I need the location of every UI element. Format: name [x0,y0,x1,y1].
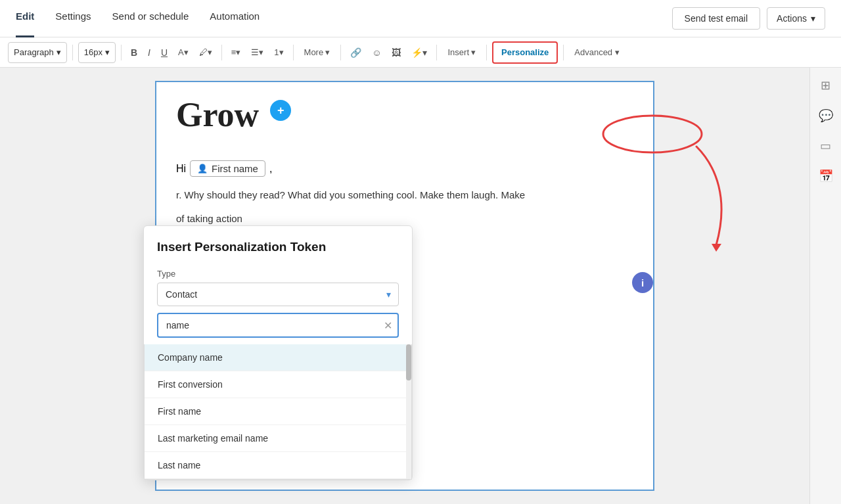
list-button[interactable]: ☰▾ [247,42,267,63]
layout-icon[interactable]: ▭ [817,136,834,156]
tab-settings[interactable]: Settings [55,0,91,37]
insert-chevron-icon: ▾ [471,47,476,57]
grow-logo-text: Grow + [176,96,291,133]
toolbar-divider-8 [563,45,564,60]
tab-automation[interactable]: Automation [210,0,260,37]
italic-button[interactable]: I [144,42,154,63]
chat-icon[interactable]: 💬 [816,106,836,126]
list-item-last-marketing-email-name[interactable]: Last marketing email name [145,425,411,452]
numbered-list-button[interactable]: 1▾ [270,42,287,63]
lightning-button[interactable]: ⚡▾ [407,42,431,63]
toolbar-divider-1 [72,45,73,60]
fontsize-chevron-icon: ▾ [105,47,110,57]
send-test-email-button[interactable]: Send test email [672,7,761,30]
modal-body: Type Contact ▾ ✕ [144,262,412,344]
emoji-icon: ☺ [372,47,381,58]
right-sidebar: ⊞ 💬 ▭ 📅 [809,68,841,504]
toolbar-divider-4 [293,45,294,60]
list-item-first-name[interactable]: First name [145,398,411,425]
actions-chevron-icon: ▾ [811,13,815,24]
modal-header: Insert Personalization Token [144,226,412,262]
type-select[interactable]: Contact [157,283,399,306]
modal-title: Insert Personalization Token [157,239,399,256]
first-name-label: First name [212,163,258,174]
comma: , [269,163,272,175]
toolbar-divider-3 [221,45,222,60]
list-icon: ☰▾ [251,47,263,57]
type-select-wrap: Contact ▾ [157,283,399,306]
svg-marker-1 [712,244,721,252]
link-button[interactable]: 🔗 [346,42,365,63]
email-greeting-line: Hi 👤 First name , [176,160,633,177]
text-color-button[interactable]: A▾ [174,42,193,63]
advanced-chevron-icon: ▾ [615,47,620,57]
email-body-text-2: of taking action [176,211,633,227]
editor-area: Grow + Hi 👤 First name , i [0,68,809,504]
grid-icon[interactable]: ⊞ [818,76,833,95]
insert-button[interactable]: Insert ▾ [442,42,481,63]
image-icon: 🖼 [392,47,401,58]
toolbar-divider-7 [486,45,487,60]
scrollbar-thumb[interactable] [406,344,411,380]
nav-tabs: Edit Settings Send or schedule Automatio… [16,0,672,37]
grow-logo-icon: + [270,100,291,121]
toolbar-divider-2 [121,45,122,60]
actions-button[interactable]: Actions ▾ [767,7,825,30]
highlight-icon: 🖊▾ [199,47,212,57]
list-item-company-name[interactable]: Company name [145,344,411,371]
modal-list: Company name First conversion First name… [144,344,412,480]
text-color-icon: A▾ [178,47,189,57]
lightning-icon: ⚡▾ [411,47,427,58]
tab-edit[interactable]: Edit [16,0,34,37]
main-area: Grow + Hi 👤 First name , i [0,68,841,504]
search-wrap: ✕ [157,313,399,338]
email-logo: Grow + [156,82,653,147]
highlight-button[interactable]: 🖊▾ [195,42,216,63]
align-button[interactable]: ≡▾ [227,42,245,63]
search-input[interactable] [157,313,399,338]
hi-text: Hi [176,163,186,175]
align-icon: ≡▾ [231,47,241,57]
nav-actions: Send test email Actions ▾ [672,7,825,30]
person-icon: 👤 [197,164,208,173]
list-item-first-conversion[interactable]: First conversion [145,371,411,398]
first-name-token[interactable]: 👤 First name [190,160,265,177]
toolbar: Paragraph ▾ 16px ▾ B I U A▾ 🖊▾ ≡▾ ☰▾ 1▾ … [0,37,841,68]
list-item-last-name[interactable]: Last name [145,452,411,479]
advanced-button[interactable]: Advanced ▾ [569,42,625,63]
scrollbar-track [406,344,411,479]
image-button[interactable]: 🖼 [388,42,405,63]
calendar-icon[interactable]: 📅 [816,166,836,186]
tab-send-schedule[interactable]: Send or schedule [112,0,189,37]
info-badge[interactable]: i [632,272,653,293]
emoji-button[interactable]: ☺ [368,42,385,63]
toolbar-divider-5 [340,45,341,60]
more-button[interactable]: More ▾ [299,42,336,63]
toolbar-divider-6 [436,45,437,60]
type-label: Type [157,269,399,279]
paragraph-chevron-icon: ▾ [57,47,61,57]
numbered-list-icon: 1▾ [274,47,283,57]
email-body-text-1: r. Why should they read? What did you so… [176,187,633,203]
more-chevron-icon: ▾ [325,47,330,57]
link-icon: 🔗 [350,47,361,58]
fontsize-select[interactable]: 16px ▾ [78,42,116,63]
personalization-modal: Insert Personalization Token Type Contac… [143,225,413,480]
search-clear-icon[interactable]: ✕ [384,319,392,331]
underline-button[interactable]: U [157,42,171,63]
top-nav: Edit Settings Send or schedule Automatio… [0,0,841,37]
bold-button[interactable]: B [127,42,141,63]
paragraph-select[interactable]: Paragraph ▾ [8,42,67,63]
modal-box: Insert Personalization Token Type Contac… [143,225,413,480]
personalize-button[interactable]: Personalize [492,41,558,64]
